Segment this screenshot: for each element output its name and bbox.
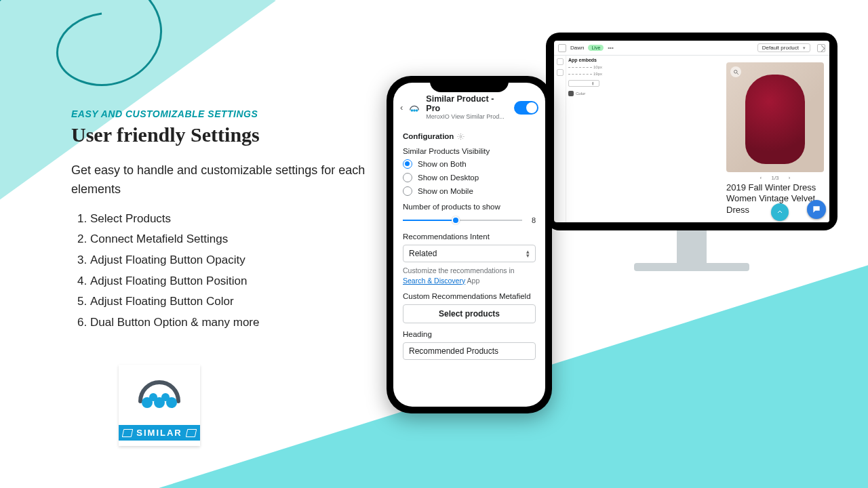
pager-prev-icon[interactable]: ‹ [760,175,762,181]
visibility-radio-mobile[interactable]: Show on Mobile [403,186,536,196]
theme-name: Dawn [570,45,584,51]
numeric-stepper[interactable]: ▴▾ [568,80,599,87]
heading-input[interactable]: Recommended Products [403,342,536,360]
brand-logo-card: SIMILAR [119,365,200,446]
select-chevron-icon: ▴▾ [526,249,530,258]
squiggle-decor [0,0,251,102]
status-badge: Live [588,45,604,51]
editor-home-icon[interactable] [558,44,566,52]
list-item: Adjust Floating Button Color [90,291,383,312]
color-label: Color [576,92,585,96]
radio-icon [403,159,412,169]
radio-icon [403,186,412,196]
metafield-label: Custom Recommendations Metafield [403,292,536,300]
color-swatch[interactable] [568,91,574,96]
list-item: Adjust Floating Button Position [90,271,383,292]
configuration-section-label: Configuration [403,132,536,140]
app-enable-toggle[interactable] [514,101,538,115]
list-item: Adjust Floating Button Opacity [90,250,383,271]
product-image[interactable] [726,62,824,172]
slider-value: 8 [532,216,536,224]
image-pager: ‹ 1/3 › [726,175,824,181]
visibility-radio-both[interactable]: Show on Both [403,159,536,169]
template-selector[interactable]: Default product▾ [757,43,810,52]
brand-similar-badge: SIMILAR [119,425,199,441]
intent-select[interactable]: Related ▴▾ [403,245,536,262]
select-products-button[interactable]: Select products [403,304,536,323]
marketing-copy: EASY AND CUSTOMIZABLE SETTINGS User frie… [71,108,383,333]
svg-point-7 [411,109,414,112]
num-products-label: Number of products to show [403,203,536,211]
desktop-mockup: Dawn Live ••• Default product▾ App embed… [546,33,837,270]
intent-hint: Customize the recommendations in Search … [403,266,536,285]
app-settings-header: ‹ Similar Product - Pro MeroxIO View Sim… [393,83,545,125]
pager-next-icon[interactable]: › [789,175,791,181]
rail-icon[interactable] [557,69,564,76]
back-icon[interactable]: ‹ [400,102,403,113]
zoom-icon[interactable] [730,66,741,77]
shopify-editor: Dawn Live ••• Default product▾ App embed… [554,41,829,222]
search-discovery-link[interactable]: Search & Discovery [403,277,465,285]
padding-value: 10px [593,65,602,69]
product-card: ‹ 1/3 › 2019 Fall Winter Dress Women Vin… [726,62,824,216]
template-selector-label: Default product [762,45,799,51]
pager-label: 1/3 [771,175,778,181]
headline: User friendly Settings [71,123,383,146]
subtext: Get easy to handle and customizable sett… [71,161,383,199]
num-products-slider[interactable]: 8 [403,215,536,226]
radio-icon [403,173,412,182]
list-item: Dual Button Option & many more [90,312,383,333]
list-item: Select Products [90,209,383,230]
panel-title: App embeds [568,58,602,62]
svg-point-10 [460,136,462,138]
gear-icon [457,133,465,140]
svg-point-8 [414,109,416,112]
visibility-radio-desktop[interactable]: Show on Desktop [403,173,536,182]
padding-value: 19px [593,72,602,76]
editor-side-panel: App embeds 10px 19px ▴▾ Color [566,56,604,222]
app-subtitle: MeroxIO View Similar Prod... [426,114,509,121]
preview-icon[interactable] [817,44,825,52]
svg-line-6 [736,73,738,74]
brand-logo-icon [135,370,184,412]
svg-point-3 [149,393,157,401]
more-icon[interactable]: ••• [608,45,613,51]
intent-value: Related [409,249,437,258]
visibility-label: Similar Products Visibility [403,147,536,155]
svg-point-4 [161,393,170,401]
svg-point-5 [734,70,737,73]
phone-mockup: ‹ Similar Product - Pro MeroxIO View Sim… [387,76,552,413]
svg-point-9 [416,109,418,112]
eyebrow: EASY AND CUSTOMIZABLE SETTINGS [71,108,383,119]
editor-canvas: ‹ 1/3 › 2019 Fall Winter Dress Women Vin… [604,56,829,222]
chat-fab[interactable] [807,200,826,219]
brand-similar-text: SIMILAR [136,428,182,438]
similar-products-fab[interactable] [771,203,789,221]
app-title: Similar Product - Pro [426,95,509,114]
editor-rail [554,56,566,222]
feature-list: Select Products Connect Metafield Settin… [90,209,383,333]
list-item: Connect Metafield Settings [90,229,383,250]
intent-label: Recommendations Intent [403,232,536,241]
app-logo-icon [408,102,420,114]
rail-icon[interactable] [557,58,564,65]
heading-label: Heading [403,330,536,338]
